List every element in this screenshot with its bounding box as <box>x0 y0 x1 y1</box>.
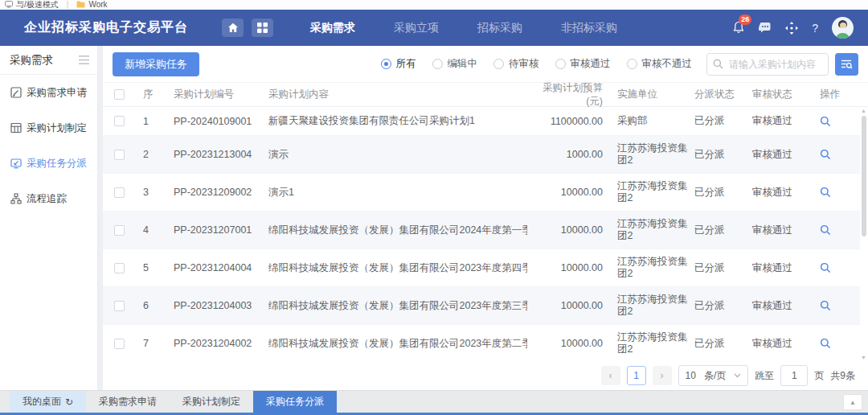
tab-label: 我的桌面 <box>23 395 61 409</box>
sidebar-item-plan-make[interactable]: 采购计划制定 <box>0 110 97 146</box>
nav-item-bidding-procurement[interactable]: 招标采购 <box>477 21 522 35</box>
filter-pending-review[interactable]: 待审核 <box>493 57 539 71</box>
tab-my-desktop[interactable]: 我的桌面 ↻ <box>10 391 86 413</box>
total-count-label: 共9条 <box>830 369 855 383</box>
jump-page-input[interactable] <box>780 365 808 386</box>
table-row: 4 PP-20231207001 绵阳科技城发展投资（发展）集团有限公司2024… <box>103 212 860 249</box>
magnifier-icon <box>820 116 831 127</box>
page-size-unit: 条/页 <box>704 369 726 383</box>
row-audit-status: 审核通过 <box>752 224 820 237</box>
tab-demand-apply[interactable]: 采购需求申请 <box>86 391 170 413</box>
prev-page-button[interactable]: ‹ <box>601 366 620 385</box>
nav-item-procurement-initiation[interactable]: 采购立项 <box>394 21 439 35</box>
row-checkbox[interactable] <box>114 263 125 273</box>
flow-trace-icon <box>10 193 22 204</box>
current-page-button[interactable]: 1 <box>627 366 646 385</box>
messages-button[interactable] <box>759 22 772 34</box>
row-checkbox[interactable] <box>114 150 125 160</box>
filter-rejected[interactable]: 审核不通过 <box>627 57 693 71</box>
top-header: 企业招标采购电子交易平台 采购需求 采购立项 招标采购 非招标采购 26 ? <box>0 10 868 46</box>
row-audit-status: 审核通过 <box>752 299 820 313</box>
table-row: 1 PP-20240109001 新疆天聚建设投资集团有限责任公司采购计划1 1… <box>103 107 860 136</box>
table-scrollbar: ▲ ▼ <box>860 108 867 361</box>
user-avatar[interactable] <box>832 17 854 39</box>
avatar-face <box>840 23 846 28</box>
header-actions: 26 ? <box>732 17 854 39</box>
radio-icon <box>627 59 637 69</box>
refresh-icon[interactable]: ↻ <box>65 397 73 407</box>
filter-editing[interactable]: 编辑中 <box>432 57 478 71</box>
home-button[interactable] <box>222 18 244 37</box>
search-icon <box>713 59 723 69</box>
app-window: 与/极速模式 | Work 企业招标采购电子交易平台 采购需求 采购立项 招标采… <box>0 0 868 415</box>
row-checkbox[interactable] <box>114 225 125 236</box>
table-row: 6 PP-20231204003 绵阳科技城发展投资（发展）集团有限公司2023… <box>103 287 860 325</box>
scroll-up-arrow[interactable]: ▲ <box>860 108 867 114</box>
nav-item-procurement-demand[interactable]: 采购需求 <box>310 21 355 35</box>
row-implement-unit: 采购部 <box>617 115 694 127</box>
view-detail-button[interactable] <box>820 116 831 127</box>
row-audit-status: 审核通过 <box>752 186 820 199</box>
row-implement-unit: 江苏苏海投资集团2 <box>617 331 694 355</box>
sidebar-item-process-trace[interactable]: 流程追踪 <box>0 181 97 216</box>
tab-plan-make[interactable]: 采购计划制定 <box>170 391 253 413</box>
select-all-checkbox[interactable] <box>114 89 125 100</box>
col-header-operations: 操作 <box>820 88 860 101</box>
chevron-down-icon <box>734 373 741 378</box>
page-word-label: 页 <box>814 369 824 383</box>
help-button[interactable]: ? <box>812 22 818 35</box>
row-plan-content: 绵阳科技城发展投资（发展）集团有限公司2023年度第四季度采购 <box>268 261 527 275</box>
row-budget: 1100000.00 <box>527 116 617 127</box>
next-page-button[interactable]: › <box>653 366 672 385</box>
filter-all[interactable]: 所有 <box>381 57 416 71</box>
row-budget: 10000.00 <box>527 300 617 311</box>
view-detail-button[interactable] <box>820 187 831 198</box>
scrollbar-thumb[interactable] <box>862 116 866 236</box>
add-task-button[interactable]: 新增采购任务 <box>113 52 199 76</box>
notifications-button[interactable]: 26 <box>732 21 745 35</box>
chat-icon <box>759 22 772 34</box>
row-dispatch-status: 已分派 <box>694 261 752 275</box>
filter-label: 审核通过 <box>571 57 611 71</box>
sidebar-item-demand-apply[interactable]: 采购需求申请 <box>0 75 97 110</box>
view-detail-button[interactable] <box>820 149 831 160</box>
filter-label: 审核不通过 <box>642 57 693 71</box>
row-dispatch-status: 已分派 <box>694 224 752 237</box>
view-detail-button[interactable] <box>820 262 831 273</box>
browser-mode-item[interactable]: 与/极速模式 <box>5 0 59 9</box>
row-checkbox[interactable] <box>114 187 125 198</box>
nav-item-non-bidding-procurement[interactable]: 非招标采购 <box>561 21 617 35</box>
page-size-select[interactable]: 10 条/页 <box>678 365 749 386</box>
scroll-down-arrow[interactable]: ▼ <box>860 355 867 361</box>
sidebar-item-label: 采购任务分派 <box>27 157 87 171</box>
jump-to-label: 跳至 <box>755 369 774 383</box>
advanced-search-button[interactable] <box>835 53 858 76</box>
bookmarks-folder-item[interactable]: Work <box>76 0 107 9</box>
view-detail-button[interactable] <box>820 224 831 236</box>
row-dispatch-status: 已分派 <box>694 148 752 162</box>
search-input[interactable] <box>706 53 829 76</box>
row-checkbox[interactable] <box>114 116 125 126</box>
row-audit-status: 审核通过 <box>752 148 820 162</box>
row-plan-content: 绵阳科技城发展投资（发展）集团有限公司2024年度第一季度采购 <box>268 224 527 237</box>
sidebar-title: 采购需求 <box>10 53 53 68</box>
row-checkbox[interactable] <box>114 339 125 349</box>
tabbar-collapse-button[interactable]: ▲ <box>843 394 862 410</box>
row-checkbox[interactable] <box>114 301 125 311</box>
table-icon <box>10 122 22 134</box>
status-filter-group: 所有 编辑中 待审核 审核通过 审核不通过 <box>381 57 693 71</box>
fullscreen-button[interactable] <box>785 22 798 35</box>
view-detail-button[interactable] <box>820 338 831 349</box>
notification-badge: 26 <box>739 14 751 25</box>
tab-task-dispatch[interactable]: 采购任务分派 <box>253 391 337 413</box>
view-detail-button[interactable] <box>820 300 831 311</box>
apps-grid-button[interactable] <box>252 18 273 37</box>
sidebar-item-task-dispatch[interactable]: 采购任务分派 <box>0 146 97 181</box>
magnifier-icon <box>820 300 831 311</box>
collapse-menu-icon[interactable] <box>79 55 89 64</box>
radio-icon <box>381 59 391 69</box>
row-plan-content: 演示1 <box>268 186 527 199</box>
filter-approved[interactable]: 审核通过 <box>555 57 611 71</box>
avatar-body <box>836 33 850 39</box>
magnifier-icon <box>820 149 831 160</box>
